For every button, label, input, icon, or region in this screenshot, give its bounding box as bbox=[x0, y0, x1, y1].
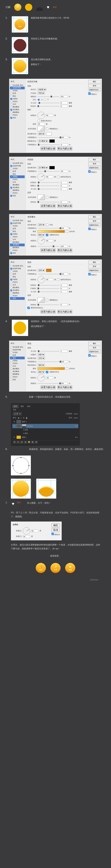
style-checkbox[interactable] bbox=[10, 184, 12, 186]
style-checkbox[interactable] bbox=[10, 265, 12, 267]
hopacity-input[interactable] bbox=[61, 136, 68, 139]
style-checkbox[interactable] bbox=[10, 87, 12, 89]
color-swatch[interactable] bbox=[46, 269, 51, 272]
hopacity-slider[interactable] bbox=[38, 137, 60, 138]
reset-default-button[interactable]: 复位为默认值 bbox=[57, 385, 72, 389]
align-checkbox[interactable] bbox=[46, 371, 48, 373]
style-checkbox[interactable] bbox=[10, 373, 12, 375]
globallight-checkbox[interactable] bbox=[57, 278, 59, 281]
lock-all-icon[interactable]: 🔒 bbox=[26, 417, 27, 419]
style-checkbox[interactable] bbox=[10, 109, 12, 111]
opacity-input[interactable] bbox=[61, 227, 68, 229]
angle-input[interactable] bbox=[46, 176, 53, 178]
style-checkbox[interactable] bbox=[10, 252, 12, 254]
newstyle-button[interactable]: 新建样式(W)... bbox=[88, 269, 101, 272]
distance-input[interactable] bbox=[60, 284, 68, 286]
style-checkbox[interactable] bbox=[10, 352, 12, 353]
globallight-checkbox[interactable] bbox=[57, 176, 59, 178]
angle-dial[interactable] bbox=[23, 527, 30, 534]
style-checkbox[interactable] bbox=[10, 346, 12, 348]
style-checkbox[interactable] bbox=[10, 168, 12, 169]
antialias-checkbox[interactable] bbox=[46, 128, 48, 130]
style-checkbox[interactable] bbox=[10, 228, 12, 230]
dither-checkbox[interactable] bbox=[46, 224, 48, 226]
size-input[interactable] bbox=[60, 290, 68, 293]
ok-button[interactable]: 确定 bbox=[88, 260, 101, 264]
fx-icon[interactable]: fx ▾ bbox=[75, 425, 78, 427]
lock-paint-icon[interactable]: ✎ bbox=[21, 417, 22, 419]
contour-picker[interactable] bbox=[38, 126, 45, 131]
preview-checkbox[interactable] bbox=[88, 354, 91, 356]
soften-input[interactable] bbox=[60, 105, 68, 107]
antialias-checkbox[interactable] bbox=[46, 299, 48, 301]
opacity-input[interactable] bbox=[61, 361, 68, 363]
opacity-value[interactable]: 100% bbox=[74, 413, 78, 415]
style-checkbox[interactable] bbox=[10, 368, 12, 370]
noise-input[interactable] bbox=[60, 304, 68, 306]
style-checkbox[interactable] bbox=[10, 220, 12, 221]
style-checkbox[interactable] bbox=[10, 241, 12, 243]
style-checkbox[interactable] bbox=[10, 365, 12, 367]
size-input[interactable] bbox=[60, 188, 68, 190]
blend-select[interactable]: 正常 bbox=[38, 269, 45, 272]
preview-checkbox[interactable] bbox=[88, 228, 91, 230]
blend-select[interactable]: 正片叠底 bbox=[38, 166, 48, 169]
angle-dial[interactable] bbox=[38, 237, 45, 244]
opacity-slider[interactable] bbox=[38, 171, 60, 172]
style-checkbox[interactable] bbox=[10, 376, 12, 378]
style-select[interactable]: 内斜面 bbox=[38, 88, 46, 91]
gradstyle-select[interactable]: 线性 bbox=[38, 234, 45, 236]
altitude-input[interactable] bbox=[23, 535, 30, 538]
preview-checkbox[interactable] bbox=[88, 92, 91, 95]
link-icon[interactable]: ⌘ bbox=[13, 441, 16, 443]
style-checkbox[interactable] bbox=[10, 222, 12, 224]
style-checkbox[interactable] bbox=[10, 379, 12, 381]
fx-icon[interactable]: fx ▸ bbox=[75, 436, 78, 438]
opacity-slider[interactable] bbox=[38, 228, 60, 228]
blendmode-select[interactable]: 正常 bbox=[13, 412, 22, 415]
style-checkbox[interactable] bbox=[10, 192, 12, 194]
contour-picker[interactable] bbox=[38, 297, 45, 303]
style-checkbox[interactable] bbox=[10, 187, 12, 189]
shadow-mode-select[interactable]: 正片叠底 bbox=[38, 140, 48, 143]
set-default-button[interactable]: 设置为默认值 bbox=[41, 385, 56, 389]
sopacity-input[interactable] bbox=[61, 144, 68, 146]
globallight-checkbox[interactable] bbox=[38, 120, 40, 122]
effects-label[interactable]: ● 效果 bbox=[23, 429, 28, 431]
style-checkbox[interactable] bbox=[10, 114, 12, 116]
reverse-checkbox[interactable] bbox=[66, 230, 68, 233]
choke-input[interactable] bbox=[60, 184, 68, 187]
angle-input[interactable] bbox=[31, 530, 39, 532]
set-default-button[interactable]: 设置为默认值 bbox=[41, 310, 56, 314]
style-checkbox[interactable] bbox=[10, 357, 12, 359]
noise-input[interactable] bbox=[60, 201, 68, 203]
ok-button[interactable]: 确定 bbox=[88, 342, 101, 345]
align-checkbox[interactable] bbox=[46, 234, 48, 236]
newlayer-icon[interactable]: ▣ bbox=[31, 441, 34, 443]
reset-default-button[interactable]: 复位为默认值 bbox=[57, 204, 72, 208]
gradstyle-select[interactable]: 线性 bbox=[38, 371, 45, 373]
opacity-slider[interactable] bbox=[38, 274, 60, 274]
set-default-button[interactable]: 设置为默认值 bbox=[41, 204, 56, 208]
depth-input[interactable] bbox=[60, 95, 68, 98]
size-input[interactable] bbox=[60, 102, 68, 104]
trash-icon[interactable]: 🗑 bbox=[35, 441, 38, 443]
style-checkbox[interactable] bbox=[10, 292, 12, 294]
altitude-input[interactable] bbox=[38, 123, 45, 125]
opacity-input[interactable] bbox=[61, 273, 68, 275]
visibility-icon[interactable]: 👁 bbox=[13, 425, 16, 427]
style-checkbox[interactable] bbox=[10, 170, 12, 172]
layer-name[interactable]: 图层 4 bbox=[22, 421, 27, 423]
size-slider[interactable] bbox=[38, 351, 59, 351]
method-select[interactable]: 平滑 bbox=[38, 92, 45, 95]
opacity-input[interactable] bbox=[61, 170, 68, 173]
ok-button[interactable]: 确定 bbox=[88, 80, 101, 83]
newstyle-button[interactable]: 新建样式(W)... bbox=[88, 350, 101, 353]
size-input[interactable] bbox=[60, 350, 68, 352]
newstyle-button[interactable]: 新建样式(W)... bbox=[88, 223, 101, 227]
dir-up-radio[interactable] bbox=[38, 98, 40, 101]
reset-default-button[interactable]: 复位为默认值 bbox=[57, 310, 72, 314]
highlight-color[interactable] bbox=[46, 132, 51, 135]
channels-tab[interactable]: 通道 bbox=[19, 405, 25, 408]
cancel-button[interactable]: 取消 bbox=[88, 346, 101, 349]
